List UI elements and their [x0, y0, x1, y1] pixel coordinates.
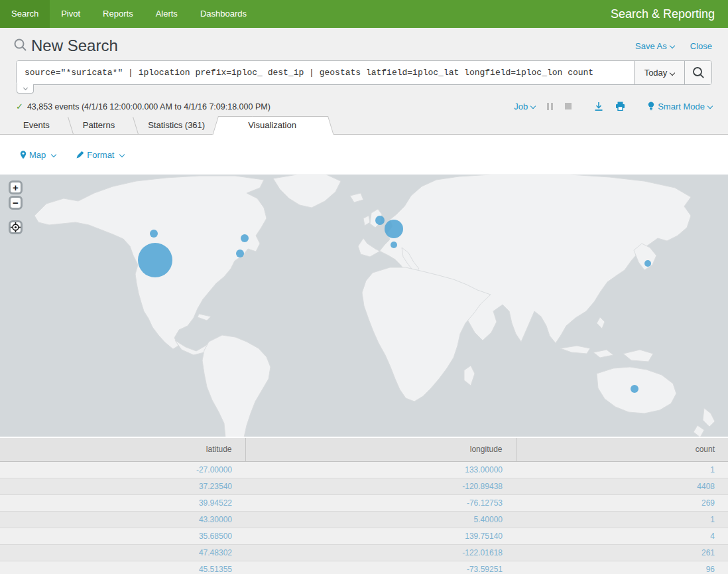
table-cell[interactable]: 1: [516, 511, 728, 528]
table-cell[interactable]: 133.00000: [245, 461, 516, 478]
stop-button[interactable]: [565, 103, 572, 109]
format-menu-button[interactable]: Format: [76, 150, 124, 160]
top-navbar: Search Pivot Reports Alerts Dashboards S…: [0, 0, 728, 28]
share-export-button[interactable]: [594, 102, 603, 111]
chevron-down-icon: [670, 70, 675, 75]
pause-button[interactable]: [547, 103, 553, 110]
nav-item-pivot[interactable]: Pivot: [50, 0, 91, 28]
nav-item-alerts[interactable]: Alerts: [145, 0, 189, 28]
geo-map[interactable]: + −: [0, 175, 728, 437]
time-range-picker[interactable]: Today: [634, 61, 684, 84]
map-bubble[interactable]: [138, 243, 172, 277]
table-cell[interactable]: 45.51355: [0, 561, 245, 574]
map-bubble[interactable]: [236, 250, 244, 257]
table-cell[interactable]: -122.01618: [245, 544, 516, 561]
search-mode-selector[interactable]: Smart Mode: [648, 102, 712, 111]
search-assistant-toggle[interactable]: [17, 84, 34, 94]
nav-item-dashboards[interactable]: Dashboards: [189, 0, 258, 28]
table-row: 37.23540-120.894384408: [0, 478, 728, 494]
table-cell[interactable]: 43.30000: [0, 511, 245, 528]
table-cell[interactable]: 35.68500: [0, 528, 245, 544]
map-locate-button[interactable]: [9, 220, 23, 234]
table-cell[interactable]: 5.40000: [245, 511, 516, 528]
viz-type-selector[interactable]: Map: [20, 150, 56, 160]
page-title: New Search: [31, 36, 619, 55]
table-cell[interactable]: -76.12753: [245, 494, 516, 511]
nav-item-reports[interactable]: Reports: [91, 0, 145, 28]
table-cell[interactable]: 4408: [516, 478, 728, 494]
table-row: 45.51355-73.5925196: [0, 561, 728, 574]
table-cell[interactable]: 261: [516, 544, 728, 561]
map-zoom-in-button[interactable]: +: [9, 180, 23, 194]
nav-item-search[interactable]: Search: [0, 0, 50, 28]
table-row: 43.300005.400001: [0, 511, 728, 528]
map-bubble[interactable]: [385, 220, 403, 238]
table-cell[interactable]: 1: [516, 461, 728, 478]
close-button[interactable]: Close: [690, 41, 712, 51]
download-icon: [594, 102, 603, 111]
chevron-down-icon: [670, 42, 675, 48]
map-bubble[interactable]: [375, 216, 385, 225]
map-bubble[interactable]: [150, 230, 158, 238]
viz-toolbar: Map Format: [0, 135, 728, 175]
search-query-input[interactable]: [17, 61, 634, 84]
map-bubble[interactable]: [241, 234, 249, 242]
results-table-body: -27.00000133.00000137.23540-120.89438440…: [0, 461, 728, 574]
table-row: 35.68500139.751404: [0, 528, 728, 544]
chevron-down-icon: [530, 104, 536, 109]
search-header: New Search Save As Close Today ✓43,853 e…: [0, 28, 728, 135]
save-as-button[interactable]: Save As: [635, 41, 674, 51]
tab-patterns[interactable]: Patterns: [66, 116, 131, 134]
table-row: 47.48302-122.01618261: [0, 544, 728, 561]
search-bar: Today: [16, 60, 712, 85]
table-row: 39.94522-76.12753269: [0, 494, 728, 511]
tab-visualization[interactable]: Visualization: [221, 116, 323, 134]
map-bubble[interactable]: [644, 260, 651, 267]
chevron-down-icon: [51, 152, 56, 157]
column-header-count[interactable]: count: [516, 438, 728, 461]
job-menu-button[interactable]: Job: [514, 102, 535, 111]
table-cell[interactable]: 37.23540: [0, 478, 245, 494]
chevron-down-icon: [119, 152, 125, 157]
crosshair-icon: [11, 222, 21, 232]
stop-icon: [565, 103, 572, 109]
app-title: Search & Reporting: [611, 0, 728, 28]
table-cell[interactable]: 269: [516, 494, 728, 511]
table-cell[interactable]: 39.94522: [0, 494, 245, 511]
table-cell[interactable]: 4: [516, 528, 728, 544]
results-table: latitude longitude count -27.00000133.00…: [0, 438, 728, 574]
map-zoom-out-button[interactable]: −: [9, 196, 23, 210]
tab-statistics[interactable]: Statistics (361): [131, 116, 221, 134]
search-submit-button[interactable]: [684, 61, 711, 84]
pencil-icon: [76, 151, 84, 159]
chevron-down-icon: [23, 86, 27, 90]
print-icon: [615, 102, 625, 111]
result-summary: ✓43,853 events (4/1/16 12:00:00.000 AM t…: [16, 102, 502, 111]
map-bubble[interactable]: [631, 385, 638, 393]
table-cell[interactable]: -27.00000: [0, 461, 245, 478]
table-cell[interactable]: -120.89438: [245, 478, 516, 494]
world-map: [0, 175, 728, 437]
tab-events[interactable]: Events: [7, 116, 66, 134]
table-row: -27.00000133.000001: [0, 461, 728, 478]
job-done-check-icon: ✓: [16, 102, 23, 111]
map-pin-icon: [20, 151, 27, 159]
map-bubble[interactable]: [391, 242, 397, 248]
chevron-down-icon: [707, 104, 713, 109]
table-cell[interactable]: 96: [516, 561, 728, 574]
table-cell[interactable]: -73.59251: [245, 561, 516, 574]
search-title-icon: [13, 38, 27, 54]
print-button[interactable]: [615, 102, 625, 111]
nav-spacer: [258, 0, 611, 28]
table-cell[interactable]: 47.48302: [0, 544, 245, 561]
column-header-longitude[interactable]: longitude: [245, 438, 516, 461]
column-header-latitude[interactable]: latitude: [0, 438, 245, 461]
table-cell[interactable]: 139.75140: [245, 528, 516, 544]
lightbulb-icon: [648, 102, 654, 111]
search-icon: [692, 66, 705, 79]
results-tabstrip: Events Patterns Statistics (361) Visuali…: [0, 116, 728, 135]
